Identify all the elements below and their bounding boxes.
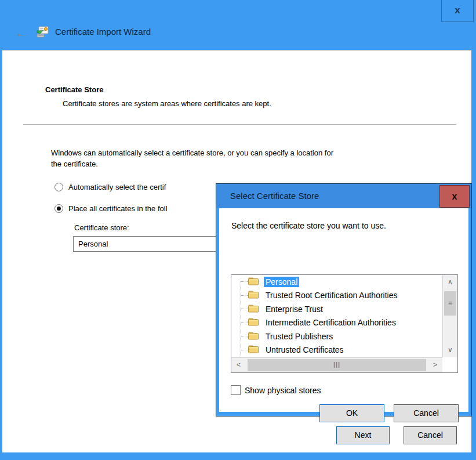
dialog-body: Select the certificate store you want to… (219, 208, 468, 412)
wizard-cancel-button[interactable]: Cancel (404, 426, 457, 444)
tree-branch-line (241, 281, 248, 282)
radio-button-selected-icon[interactable] (54, 204, 63, 213)
tree-branch-line (241, 336, 248, 336)
tree-branch-line (241, 350, 248, 350)
scroll-up-icon[interactable]: ∧ (443, 275, 457, 289)
intro-text: Windows can automatically select a certi… (51, 147, 333, 169)
scroll-right-icon[interactable]: > (428, 358, 442, 372)
tree-item[interactable]: Intermediate Certification Authorities (231, 316, 442, 330)
tree-item-label[interactable]: Trusted Publishers (264, 331, 335, 342)
certificate-store-tree: PersonalTrusted Root Certification Autho… (231, 274, 458, 373)
window-close-button[interactable]: x (441, 0, 474, 22)
tree-branch-line (241, 309, 248, 309)
scroll-left-icon[interactable]: < (231, 358, 246, 372)
tree-viewport: PersonalTrusted Root Certification Autho… (231, 275, 442, 357)
dialog-prompt: Select the certificate store you want to… (231, 221, 386, 230)
horizontal-scroll-thumb[interactable]: ||| (248, 359, 426, 371)
tree-item-label[interactable]: Untrusted Certificates (264, 345, 346, 355)
folder-icon (248, 304, 259, 314)
dialog-cancel-button[interactable]: Cancel (394, 404, 459, 422)
tree-item[interactable]: Trusted Publishers (231, 329, 442, 343)
folder-icon (248, 290, 259, 300)
tree-item-label[interactable]: Intermediate Certification Authorities (264, 317, 398, 328)
horizontal-scrollbar[interactable]: < ||| > (231, 357, 442, 372)
radio-automatically-select-label: Automatically select the certif (68, 183, 166, 191)
tree-item-label[interactable]: Trusted Root Certification Authorities (264, 290, 399, 300)
tree-item[interactable]: Trusted Root Certification Authorities (231, 289, 442, 303)
checkbox-icon[interactable] (231, 385, 241, 395)
ok-button[interactable]: OK (319, 404, 384, 422)
radio-automatically-select[interactable]: Automatically select the certif (54, 183, 166, 191)
tree-item[interactable]: Untrusted Certificates (231, 343, 442, 357)
page-heading: Certificate Store (45, 85, 103, 94)
dialog-titlebar[interactable]: Select Certificate Store x (216, 184, 471, 208)
vertical-scroll-thumb[interactable]: ≡ (444, 291, 456, 316)
folder-icon (248, 277, 259, 287)
show-physical-stores-label: Show physical stores (245, 386, 321, 395)
vertical-scrollbar[interactable]: ∧ ≡ ∨ (442, 275, 457, 357)
tree-item[interactable]: Enterprise Trust (231, 302, 442, 316)
radio-place-all-certificates[interactable]: Place all certificates in the foll (54, 204, 168, 213)
certificate-import-wizard-window: x ← Certificate Import Wizard Certificat… (0, 0, 476, 460)
scroll-down-icon[interactable]: ∨ (443, 343, 457, 357)
back-arrow-icon[interactable]: ← (15, 26, 28, 41)
folder-icon (248, 345, 259, 355)
page-subheading: Certificate stores are system areas wher… (63, 99, 271, 108)
wizard-header: ← Certificate Import Wizard (0, 23, 476, 50)
dialog-title: Select Certificate Store (230, 191, 319, 201)
folder-icon (248, 317, 259, 328)
radio-button-icon[interactable] (54, 183, 63, 191)
certificate-store-label: Certificate store: (74, 223, 129, 232)
tree-branch-line (241, 323, 248, 323)
next-button[interactable]: Next (336, 426, 390, 444)
radio-place-all-certificates-label: Place all certificates in the foll (68, 204, 168, 213)
certificate-import-icon (35, 24, 50, 41)
dialog-close-button[interactable]: x (439, 185, 470, 208)
tree-branch-line (241, 295, 248, 296)
folder-icon (248, 331, 259, 342)
select-certificate-store-dialog: Select Certificate Store x Select the ce… (216, 183, 472, 416)
tree-item[interactable]: Personal (231, 275, 442, 289)
tree-item-label-selected[interactable]: Personal (264, 277, 299, 287)
divider (23, 124, 456, 125)
wizard-title: Certificate Import Wizard (55, 27, 151, 37)
tree-item-label[interactable]: Enterprise Trust (264, 304, 325, 314)
show-physical-stores-option[interactable]: Show physical stores (231, 385, 321, 395)
